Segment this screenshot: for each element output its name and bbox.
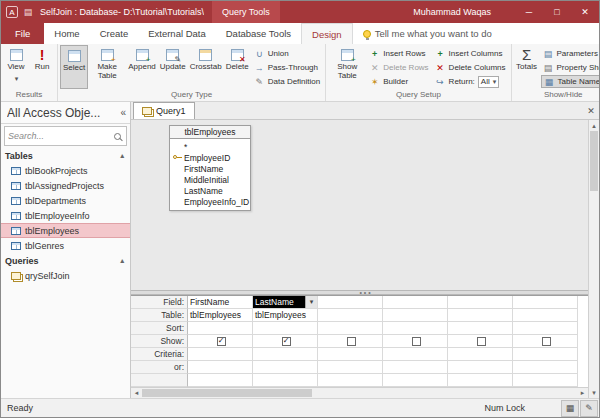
- tab-external-data[interactable]: External Data: [138, 23, 216, 44]
- pass-through-button[interactable]: Pass-Through: [252, 61, 322, 74]
- nav-pane-header[interactable]: All Access Obje...: [1, 102, 130, 124]
- parameters-button[interactable]: Parameters: [541, 47, 599, 60]
- show-cell-6[interactable]: [513, 335, 578, 348]
- criteria-cell-6[interactable]: [513, 348, 578, 361]
- blank-cell-3[interactable]: [318, 374, 383, 387]
- tab-design[interactable]: Design: [301, 23, 353, 44]
- field-cell-4[interactable]: [383, 296, 448, 309]
- show-cell-5[interactable]: [448, 335, 513, 348]
- or-cell-4[interactable]: [383, 361, 448, 374]
- table-cell-6[interactable]: [513, 309, 578, 322]
- section-queries[interactable]: Queries: [1, 253, 130, 268]
- sidebar-item-tblemployeeinfo[interactable]: tblEmployeeInfo: [1, 208, 130, 223]
- criteria-cell-4[interactable]: [383, 348, 448, 361]
- sidebar-item-tblgenres[interactable]: tblGenres: [1, 238, 130, 253]
- show-cell-3[interactable]: [318, 335, 383, 348]
- data-definition-button[interactable]: Data Definition: [252, 75, 322, 88]
- show-checkbox[interactable]: ✓: [282, 337, 291, 346]
- field-employeeid[interactable]: EmployeeID: [170, 152, 250, 163]
- sort-cell-3[interactable]: [318, 322, 383, 335]
- minimize-icon[interactable]: [515, 1, 543, 23]
- table-cell-1[interactable]: tblEmployees: [188, 309, 253, 322]
- sidebar-item-tblbookprojects[interactable]: tblBookProjects: [1, 163, 130, 178]
- close-icon[interactable]: [571, 1, 599, 23]
- crosstab-button[interactable]: Crosstab: [188, 45, 224, 89]
- table-cell-3[interactable]: [318, 309, 383, 322]
- vertical-scrollbar[interactable]: [588, 120, 599, 398]
- scroll-left-icon[interactable]: [131, 388, 142, 398]
- tab-create[interactable]: Create: [90, 23, 139, 44]
- tab-home[interactable]: Home: [44, 23, 89, 44]
- close-document-icon[interactable]: [583, 103, 599, 119]
- delete-query-button[interactable]: Delete: [224, 45, 251, 89]
- horizontal-scroll-thumb[interactable]: [142, 389, 312, 397]
- or-cell-6[interactable]: [513, 361, 578, 374]
- query-design-surface[interactable]: tblEmployees * EmployeeID FirstName: [131, 120, 588, 290]
- tab-file[interactable]: File: [1, 23, 44, 44]
- builder-button[interactable]: Builder: [367, 75, 430, 88]
- property-sheet-button[interactable]: Property Sheet: [541, 61, 599, 74]
- show-table-button[interactable]: Show Table: [328, 45, 366, 89]
- blank-cell-6[interactable]: [513, 374, 578, 387]
- show-checkbox[interactable]: [542, 337, 551, 346]
- datasheet-view-button[interactable]: [561, 400, 579, 417]
- save-icon[interactable]: [22, 6, 34, 18]
- table-cell-4[interactable]: [383, 309, 448, 322]
- insert-rows-button[interactable]: Insert Rows: [367, 47, 430, 60]
- field-list-tblemployees[interactable]: tblEmployees * EmployeeID FirstName: [169, 125, 251, 211]
- blank-cell-1[interactable]: [188, 374, 253, 387]
- blank-cell-4[interactable]: [383, 374, 448, 387]
- search-box[interactable]: Search...: [4, 126, 127, 146]
- sidebar-item-qryselfjoin[interactable]: qrySelfJoin: [1, 268, 130, 283]
- return-dropdown[interactable]: All: [478, 76, 499, 88]
- tab-database-tools[interactable]: Database Tools: [216, 23, 301, 44]
- show-cell-1[interactable]: ✓: [188, 335, 253, 348]
- sort-cell-2[interactable]: [253, 322, 318, 335]
- maximize-icon[interactable]: [543, 1, 571, 23]
- criteria-cell-2[interactable]: [253, 348, 318, 361]
- field-asterisk[interactable]: *: [170, 141, 250, 152]
- show-checkbox[interactable]: ✓: [217, 337, 226, 346]
- select-query-button[interactable]: Select: [60, 45, 88, 89]
- sort-cell-6[interactable]: [513, 322, 578, 335]
- section-tables[interactable]: Tables: [1, 148, 130, 163]
- insert-columns-button[interactable]: Insert Columns: [433, 47, 508, 60]
- table-cell-2[interactable]: tblEmployees: [253, 309, 318, 322]
- design-view-button[interactable]: [580, 400, 598, 417]
- field-middleinitial[interactable]: MiddleInitial: [170, 174, 250, 185]
- sidebar-item-tblemployees[interactable]: tblEmployees: [1, 223, 130, 238]
- vertical-scroll-thumb[interactable]: [590, 131, 598, 191]
- sort-cell-5[interactable]: [448, 322, 513, 335]
- search-icon[interactable]: [114, 133, 121, 140]
- table-cell-5[interactable]: [448, 309, 513, 322]
- field-cell-1[interactable]: FirstName: [188, 296, 253, 309]
- sidebar-item-tbldepartments[interactable]: tblDepartments: [1, 193, 130, 208]
- sidebar-item-tblassignedprojects[interactable]: tblAssignedProjects: [1, 178, 130, 193]
- field-dropdown-icon[interactable]: [305, 296, 317, 308]
- field-cell-2[interactable]: LastName: [253, 296, 318, 309]
- or-cell-2[interactable]: [253, 361, 318, 374]
- view-button[interactable]: View: [3, 45, 29, 89]
- tab-query1[interactable]: Query1: [133, 102, 195, 119]
- show-cell-2[interactable]: ✓: [253, 335, 318, 348]
- scroll-right-icon[interactable]: [577, 388, 588, 398]
- sort-cell-4[interactable]: [383, 322, 448, 335]
- update-button[interactable]: Update: [158, 45, 188, 89]
- show-checkbox[interactable]: [477, 337, 486, 346]
- delete-rows-button[interactable]: Delete Rows: [367, 61, 430, 74]
- scroll-down-icon[interactable]: [589, 387, 599, 398]
- or-cell-1[interactable]: [188, 361, 253, 374]
- delete-columns-button[interactable]: Delete Columns: [433, 61, 508, 74]
- make-table-button[interactable]: Make Table: [88, 45, 126, 89]
- criteria-cell-5[interactable]: [448, 348, 513, 361]
- sort-cell-1[interactable]: [188, 322, 253, 335]
- union-button[interactable]: Union: [252, 47, 322, 60]
- show-checkbox[interactable]: [347, 337, 356, 346]
- tell-me-box[interactable]: Tell me what you want to do: [363, 23, 492, 44]
- blank-cell-2[interactable]: [253, 374, 318, 387]
- show-cell-4[interactable]: [383, 335, 448, 348]
- blank-cell-5[interactable]: [448, 374, 513, 387]
- field-list-title[interactable]: tblEmployees: [170, 126, 250, 139]
- field-firstname[interactable]: FirstName: [170, 163, 250, 174]
- field-cell-6[interactable]: [513, 296, 578, 309]
